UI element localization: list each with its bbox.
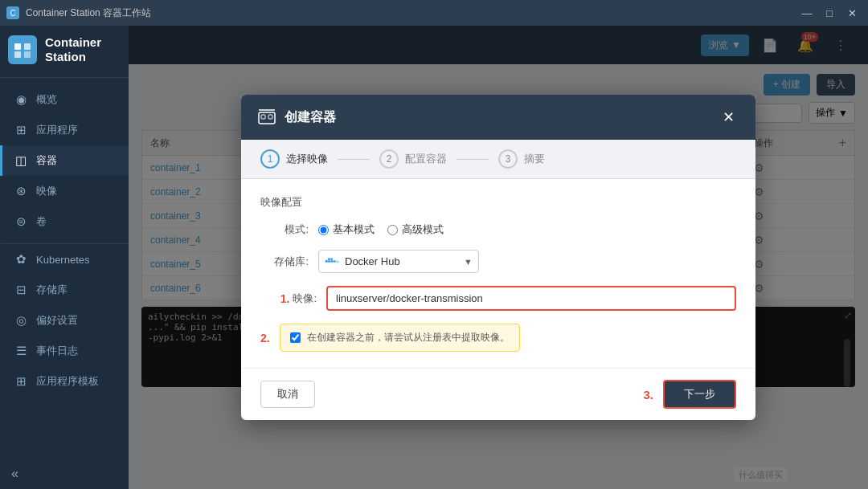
image-row: 1. 映像:: [260, 286, 736, 311]
svg-rect-5: [14, 51, 21, 58]
image-input[interactable]: [326, 286, 736, 311]
content-area: 浏览 ▼ 📄 🔔 10+ ⋮ + 创建: [129, 26, 868, 489]
modal-body: 映像配置 模式: 基本模式: [241, 179, 755, 368]
close-button[interactable]: ✕: [842, 5, 862, 21]
overview-icon: ◉: [14, 92, 28, 107]
sidebar-item-containers[interactable]: ◫ 容器: [0, 145, 129, 176]
sidebar-item-storage[interactable]: ⊟ 存储库: [0, 275, 129, 305]
sidebar-label-eventlog: 事件日志: [36, 344, 78, 358]
sidebar-item-eventlog[interactable]: ☰ 事件日志: [0, 336, 129, 366]
svg-text:C: C: [10, 9, 15, 18]
section-title: 映像配置: [260, 195, 736, 210]
sidebar-nav: ◉ 概览 ⊞ 应用程序 ◫ 容器 ⊛ 映像 ⊜ 卷 ✿ Kubernetes: [0, 78, 129, 458]
modal-close-button[interactable]: ✕: [717, 106, 739, 128]
svg-rect-4: [24, 43, 31, 50]
title-bar-text: Container Station 容器工作站: [26, 6, 151, 20]
advanced-mode-input[interactable]: [387, 225, 398, 235]
sidebar: Container Station ◉ 概览 ⊞ 应用程序 ◫ 容器 ⊛ 映像 …: [0, 26, 129, 489]
sidebar-label-applications: 应用程序: [36, 123, 78, 137]
sidebar-item-applications[interactable]: ⊞ 应用程序: [0, 115, 129, 145]
volumes-icon: ⊜: [14, 214, 28, 229]
registry-select-wrap: Docker Hub ▼: [318, 250, 479, 273]
sidebar-title: Container Station: [45, 35, 121, 64]
svg-rect-9: [268, 115, 272, 119]
modal-header: 创建容器 ✕: [241, 95, 755, 140]
modal-title-icon: [257, 108, 276, 127]
step-1-label: 选择映像: [286, 152, 328, 166]
mode-row: 模式: 基本模式 高级模式: [260, 222, 736, 237]
svg-rect-2: [8, 35, 37, 64]
sidebar-label-containers: 容器: [36, 153, 57, 168]
kubernetes-icon: ✿: [14, 252, 28, 267]
annotation-1: 1.: [280, 292, 290, 305]
apptemplate-icon: ⊞: [14, 374, 28, 389]
sidebar-label-images: 映像: [36, 184, 57, 198]
sidebar-item-volumes[interactable]: ⊜ 卷: [0, 206, 129, 237]
app-icon: C: [6, 6, 19, 19]
basic-mode-radio[interactable]: 基本模式: [318, 222, 375, 237]
step-divider-2: [457, 159, 489, 160]
sidebar-label-storage: 存储库: [36, 283, 68, 297]
step-2[interactable]: 2 配置容器: [379, 149, 447, 169]
svg-rect-6: [24, 51, 31, 58]
registry-row: 存储库:: [260, 250, 736, 273]
close-icon: ✕: [723, 108, 735, 126]
mode-label: 模式:: [260, 222, 309, 237]
sidebar-item-apptemplate[interactable]: ⊞ 应用程序模板: [0, 366, 129, 397]
title-bar-controls: — □ ✕: [797, 5, 862, 21]
next-button[interactable]: 下一步: [663, 380, 736, 409]
modal-footer: 取消 3. 下一步: [241, 368, 755, 420]
modal-title-text: 创建容器: [285, 109, 336, 126]
steps-bar: 1 选择映像 2 配置容器 3: [241, 140, 755, 179]
advanced-mode-label: 高级模式: [402, 222, 444, 237]
images-icon: ⊛: [14, 184, 28, 198]
sidebar-label-overview: 概览: [36, 92, 57, 107]
title-bar-left: C Container Station 容器工作站: [6, 6, 151, 20]
mode-control-group: 基本模式 高级模式: [318, 222, 736, 237]
sidebar-label-volumes: 卷: [36, 214, 47, 229]
sidebar-label-apptemplate: 应用程序模板: [36, 374, 99, 389]
svg-rect-3: [14, 43, 21, 50]
modal-overlay: 创建容器 ✕ 1 选择映像: [129, 26, 868, 489]
sidebar-logo-icon: [8, 35, 37, 64]
storage-icon: ⊟: [14, 283, 28, 297]
basic-mode-input[interactable]: [318, 225, 329, 235]
sidebar-item-preferences[interactable]: ◎ 偏好设置: [0, 305, 129, 336]
main-layout: Container Station ◉ 概览 ⊞ 应用程序 ◫ 容器 ⊛ 映像 …: [0, 26, 868, 489]
pull-image-checkbox[interactable]: [290, 332, 301, 343]
annotation-3: 3.: [643, 388, 653, 401]
step-3-circle: 3: [498, 149, 518, 169]
pull-image-checkbox-label[interactable]: 在创建容器之前，请尝试从注册表中提取映像。: [280, 324, 520, 352]
annotation-2: 2.: [260, 332, 270, 344]
registry-select[interactable]: Docker Hub: [318, 250, 479, 273]
step-1-circle: 1: [260, 149, 280, 169]
sidebar-collapse-button[interactable]: «: [0, 458, 129, 489]
title-bar: C Container Station 容器工作站 — □ ✕: [0, 0, 868, 26]
step-3-label: 摘要: [524, 152, 545, 166]
maximize-button[interactable]: □: [820, 5, 839, 21]
preferences-icon: ◎: [14, 313, 28, 328]
minimize-button[interactable]: —: [797, 5, 817, 21]
pull-image-label: 在创建容器之前，请尝试从注册表中提取映像。: [307, 331, 510, 344]
step-1[interactable]: 1 选择映像: [260, 149, 328, 169]
svg-rect-8: [261, 115, 265, 119]
sidebar-item-overview[interactable]: ◉ 概览: [0, 84, 129, 115]
applications-icon: ⊞: [14, 123, 28, 137]
step-3[interactable]: 3 摘要: [498, 149, 545, 169]
sidebar-header: Container Station: [0, 26, 129, 78]
step-2-circle: 2: [379, 149, 399, 169]
modal-title-group: 创建容器: [257, 108, 336, 127]
checkbox-container: 2. 在创建容器之前，请尝试从注册表中提取映像。: [260, 324, 736, 352]
step-divider-1: [338, 159, 370, 160]
sidebar-item-images[interactable]: ⊛ 映像: [0, 176, 129, 206]
sidebar-label-preferences: 偏好设置: [36, 313, 78, 328]
containers-icon: ◫: [14, 153, 28, 168]
registry-control-group: Docker Hub ▼: [318, 250, 736, 273]
image-label: 映像:: [293, 291, 317, 306]
eventlog-icon: ☰: [14, 344, 28, 358]
registry-label: 存储库:: [260, 255, 309, 269]
basic-mode-label: 基本模式: [333, 222, 375, 237]
cancel-button[interactable]: 取消: [260, 381, 315, 408]
advanced-mode-radio[interactable]: 高级模式: [387, 222, 444, 237]
sidebar-item-kubernetes[interactable]: ✿ Kubernetes: [0, 243, 129, 275]
